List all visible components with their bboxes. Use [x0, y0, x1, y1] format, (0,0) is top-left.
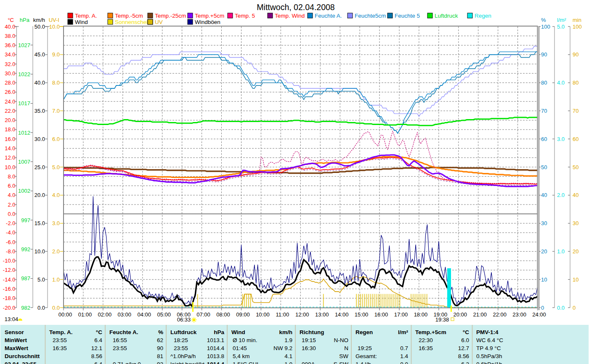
- svg-text:Windböen: Windböen: [195, 19, 220, 25]
- svg-text:60: 60: [573, 136, 578, 142]
- svg-text:80: 80: [541, 80, 547, 86]
- svg-text:leicht bewölkt: leicht bewölkt: [170, 361, 204, 364]
- svg-text:997: 997: [21, 217, 30, 223]
- svg-text:07:00: 07:00: [196, 311, 210, 318]
- svg-text:TP 4.9 °C: TP 4.9 °C: [476, 345, 501, 351]
- svg-text:12.0: 12.0: [5, 154, 15, 161]
- svg-text:°C: °C: [463, 329, 469, 335]
- svg-text:0.0: 0.0: [400, 361, 408, 364]
- svg-text:-18.0: -18.0: [3, 295, 16, 301]
- svg-text:1.4 l/h: 1.4 l/h: [356, 361, 371, 364]
- svg-text:12.7: 12.7: [458, 345, 469, 351]
- svg-text:7.0: 7.0: [52, 108, 60, 114]
- svg-text:Wind: Wind: [231, 329, 245, 335]
- svg-text:hPa: hPa: [214, 329, 224, 335]
- svg-text:Ø 10 min.: Ø 10 min.: [233, 337, 257, 343]
- svg-text:10.0: 10.0: [49, 24, 60, 30]
- svg-text:0.0: 0.0: [52, 305, 60, 311]
- svg-text:03:00: 03:00: [118, 311, 132, 318]
- svg-text:8.56: 8.56: [91, 353, 102, 359]
- svg-text:14.0: 14.0: [5, 145, 15, 151]
- svg-text:16:35: 16:35: [419, 345, 433, 351]
- svg-text:N: N: [344, 345, 348, 351]
- svg-text:l/m²: l/m²: [398, 329, 409, 335]
- svg-text:Luftdruck: Luftdruck: [435, 13, 458, 19]
- svg-text:20: 20: [541, 248, 547, 255]
- svg-text:13:00: 13:00: [315, 311, 329, 318]
- svg-text:0: 0: [541, 305, 544, 311]
- svg-text:-16.0: -16.0: [3, 286, 16, 292]
- svg-text:Temp.+5cm: Temp.+5cm: [415, 329, 446, 335]
- svg-text:3.0: 3.0: [557, 136, 565, 142]
- svg-text:6.0: 6.0: [461, 337, 469, 343]
- svg-text:1.0: 1.0: [284, 361, 292, 364]
- svg-text:11:00: 11:00: [276, 311, 289, 318]
- svg-text:16:00: 16:00: [374, 311, 388, 318]
- svg-text:-2.0: -2.0: [6, 220, 15, 226]
- svg-text:24:00: 24:00: [532, 311, 546, 318]
- svg-text:2.0: 2.0: [557, 192, 565, 198]
- svg-text:23:00: 23:00: [512, 311, 526, 318]
- svg-text:-4.0: -4.0: [6, 229, 15, 236]
- svg-text:Temp. Wind: Temp. Wind: [275, 13, 305, 19]
- svg-text:987: 987: [21, 275, 30, 282]
- svg-text:15:00: 15:00: [355, 311, 369, 318]
- svg-text:1014.4: 1014.4: [207, 361, 225, 364]
- svg-text:81: 81: [157, 353, 163, 359]
- svg-text:12.1: 12.1: [91, 345, 102, 351]
- svg-text:0.7: 0.7: [400, 345, 408, 351]
- svg-text:Sensor: Sensor: [5, 329, 24, 335]
- svg-text:20.0: 20.0: [5, 117, 15, 123]
- svg-text:6.2: 6.2: [461, 361, 469, 364]
- svg-text:km/h: km/h: [279, 329, 292, 335]
- svg-text:25.0: 25.0: [34, 164, 45, 170]
- svg-text:10: 10: [573, 276, 578, 283]
- svg-text:60: 60: [541, 136, 547, 142]
- svg-text:13:04: 13:04: [5, 316, 19, 322]
- svg-text:16:35: 16:35: [53, 345, 67, 351]
- svg-text:16.0: 16.0: [5, 136, 15, 142]
- svg-text:70: 70: [573, 108, 578, 114]
- svg-text:26.0: 26.0: [5, 89, 15, 95]
- svg-text:36.0: 36.0: [5, 42, 15, 48]
- svg-text:20.0: 20.0: [34, 192, 45, 198]
- svg-text:5.0: 5.0: [52, 164, 60, 170]
- svg-text:-14.0: -14.0: [3, 276, 16, 283]
- svg-text:70: 70: [541, 108, 547, 114]
- svg-text:9.0: 9.0: [52, 51, 60, 58]
- svg-text:23:55: 23:55: [174, 345, 188, 351]
- svg-text:30.0: 30.0: [34, 136, 45, 142]
- svg-text:0.0: 0.0: [557, 305, 565, 311]
- svg-text:Feuchte A.: Feuchte A.: [109, 329, 138, 335]
- svg-text:30.0: 30.0: [5, 70, 15, 77]
- svg-text:8.0: 8.0: [52, 80, 60, 86]
- svg-text:22:00: 22:00: [493, 311, 507, 318]
- svg-text:32.0: 32.0: [5, 61, 15, 67]
- svg-text:Temp.-5cm: Temp.-5cm: [115, 13, 143, 19]
- svg-text:45.0: 45.0: [34, 51, 45, 58]
- svg-text:22.0: 22.0: [5, 108, 15, 114]
- svg-text:Gesamt:: Gesamt:: [356, 353, 377, 359]
- svg-text:4.0: 4.0: [557, 80, 565, 86]
- svg-text:-8.0: -8.0: [6, 248, 15, 255]
- svg-text:1.0: 1.0: [52, 276, 60, 283]
- svg-text:-10.0: -10.0: [3, 258, 16, 264]
- svg-text:982: 982: [21, 305, 30, 311]
- svg-text:10: 10: [541, 276, 547, 283]
- svg-text:6.4: 6.4: [94, 337, 102, 343]
- svg-text:6.4: 6.4: [94, 361, 102, 364]
- svg-text:10:00: 10:00: [256, 311, 270, 318]
- svg-text:20:00: 20:00: [454, 311, 467, 318]
- svg-text:Temp. A.: Temp. A.: [75, 13, 97, 19]
- svg-text:NW 9.2: NW 9.2: [273, 345, 292, 351]
- svg-text:Sonnenschein: Sonnenschein: [115, 19, 151, 25]
- svg-text:24.0: 24.0: [5, 98, 15, 105]
- svg-text:02.04. 23:55: 02.04. 23:55: [5, 361, 37, 364]
- svg-text:4.0: 4.0: [52, 192, 60, 198]
- svg-text:16:30: 16:30: [302, 345, 316, 351]
- svg-text:20: 20: [573, 248, 578, 255]
- svg-text:N-NO: N-NO: [334, 337, 349, 343]
- svg-text:12:00: 12:00: [295, 311, 309, 318]
- svg-text:Regen: Regen: [356, 329, 373, 335]
- svg-text:1.4: 1.4: [400, 353, 408, 359]
